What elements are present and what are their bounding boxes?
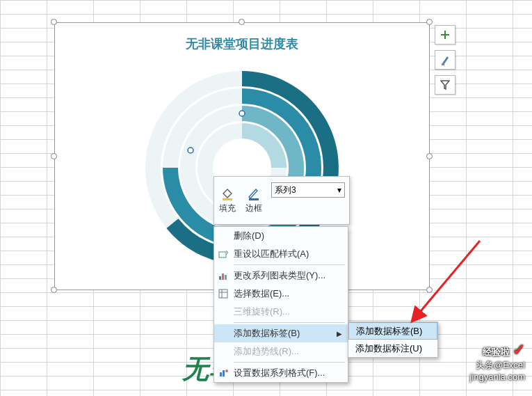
separator: [234, 264, 345, 265]
pen-icon: [247, 187, 261, 200]
svg-rect-8: [223, 198, 232, 200]
chart-type-icon: [218, 270, 229, 281]
brush-icon: [440, 54, 450, 65]
svg-rect-13: [225, 275, 227, 280]
select-data-icon: [218, 288, 229, 299]
svg-point-3: [239, 111, 245, 116]
submenu-add-callouts[interactable]: 添加数据标注(U): [348, 340, 437, 357]
svg-rect-18: [223, 370, 225, 377]
mini-toolbar: 填充 边框 系列3 ▾: [213, 176, 350, 225]
watermark-url: jingyanla.com: [470, 372, 526, 383]
svg-rect-14: [219, 290, 227, 298]
chart-elements-button[interactable]: [435, 25, 456, 45]
menu-format-series[interactable]: 设置数据系列格式(F)...: [214, 364, 348, 382]
funnel-icon: [440, 80, 450, 90]
chevron-down-icon: ▾: [337, 185, 341, 195]
svg-rect-11: [219, 276, 221, 280]
fill-label: 填充: [219, 203, 236, 214]
menu-select-data[interactable]: 选择数据(E)...: [214, 285, 348, 303]
checkmark-icon: ✓: [513, 341, 525, 358]
outline-label: 边框: [245, 203, 262, 214]
handle-top-center[interactable]: [239, 19, 245, 25]
handle-bottom-left[interactable]: [51, 287, 57, 293]
handle-mid-right[interactable]: [426, 153, 433, 159]
svg-point-19: [225, 370, 228, 372]
handle-bottom-right[interactable]: [426, 287, 433, 293]
svg-rect-17: [220, 372, 222, 377]
chart-styles-button[interactable]: [435, 50, 456, 70]
menu-change-chart-type[interactable]: 更改系列图表类型(Y)...: [214, 267, 348, 285]
series-dropdown[interactable]: 系列3 ▾: [271, 182, 345, 198]
context-menu: 删除(D) 重设以匹配样式(A) 更改系列图表类型(Y)... 选择数据(E).…: [213, 226, 348, 383]
outline-button[interactable]: 边框: [241, 177, 267, 224]
chart-title[interactable]: 无非课堂项目进度表: [55, 23, 429, 56]
svg-rect-10: [219, 252, 226, 258]
watermark-brand: 经验啦: [483, 347, 510, 357]
svg-rect-9: [249, 198, 259, 200]
fill-button[interactable]: 填充: [214, 177, 241, 224]
menu-3d-rotate: 三维旋转(R)...: [214, 303, 348, 321]
handle-mid-left[interactable]: [51, 153, 57, 159]
separator: [234, 322, 345, 323]
submenu-add-labels[interactable]: 添加数据标签(B): [348, 322, 437, 340]
svg-rect-12: [222, 274, 224, 280]
paint-bucket-icon: [220, 187, 234, 200]
watermark-headline: 头条@Excel: [470, 360, 526, 372]
handle-top-right[interactable]: [426, 19, 433, 25]
menu-add-data-labels[interactable]: 添加数据标签(B) ▶: [214, 324, 348, 342]
menu-delete[interactable]: 删除(D): [214, 227, 348, 245]
submenu-arrow-icon: ▶: [337, 330, 342, 338]
menu-reset-style[interactable]: 重设以匹配样式(A): [214, 245, 348, 263]
svg-rect-7: [442, 63, 444, 65]
series-dropdown-value: 系列3: [275, 184, 296, 196]
chart-side-tools: [435, 25, 456, 95]
format-icon: [218, 367, 229, 379]
svg-point-5: [188, 148, 193, 153]
chart-filters-button[interactable]: [435, 75, 456, 95]
handle-top-left[interactable]: [51, 19, 57, 25]
add-labels-submenu: 添加数据标签(B) 添加数据标注(U): [348, 322, 438, 358]
plus-icon: [440, 30, 450, 40]
separator: [234, 362, 345, 363]
reset-icon: [218, 248, 229, 260]
menu-add-trendline: 添加趋势线(R)...: [214, 342, 348, 361]
watermark-right: 经验啦 ✓ 头条@Excel jingyanla.com: [470, 340, 526, 383]
